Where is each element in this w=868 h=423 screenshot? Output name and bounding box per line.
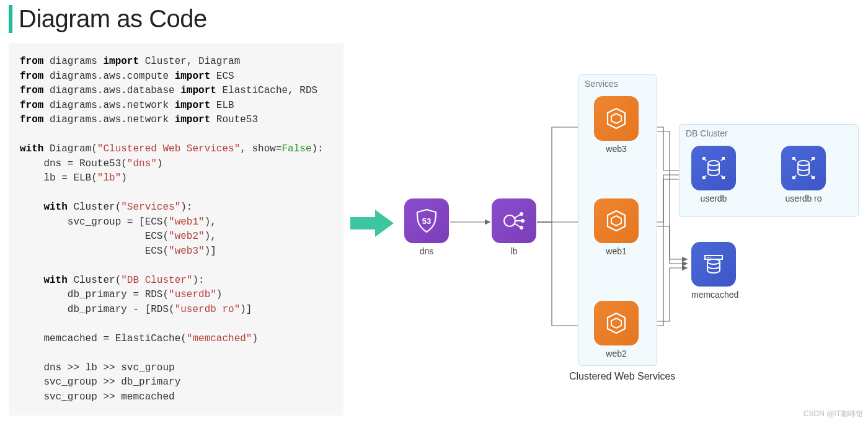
svg-point-12 bbox=[708, 161, 719, 166]
cluster-db-title: DB Cluster bbox=[686, 128, 728, 138]
node-userdb-label: userdb bbox=[691, 194, 736, 203]
diagram-canvas: Services DB Cluster 53 dns lb web3 web1 bbox=[397, 62, 868, 409]
node-memcached: memcached bbox=[691, 242, 738, 300]
svg-point-5 bbox=[504, 215, 515, 226]
node-web3: web3 bbox=[594, 96, 639, 154]
watermark: CSDN @IT咖啡馆 bbox=[804, 409, 863, 419]
ecs-icon bbox=[594, 198, 639, 243]
node-dns: 53 dns bbox=[404, 198, 449, 256]
code-block: from diagrams import Cluster, Diagramfro… bbox=[9, 43, 343, 416]
node-userdb-ro-label: userdb ro bbox=[781, 194, 826, 203]
elasticache-icon bbox=[691, 242, 736, 287]
node-dns-label: dns bbox=[404, 246, 449, 256]
node-web1: web1 bbox=[594, 198, 639, 256]
node-web2: web2 bbox=[594, 301, 639, 358]
svg-marker-0 bbox=[350, 210, 394, 237]
diagram-title: Clustered Web Services bbox=[569, 371, 675, 382]
ecs-icon bbox=[594, 96, 639, 141]
svg-line-11 bbox=[514, 223, 520, 227]
ecs-icon bbox=[594, 301, 639, 345]
svg-text:53: 53 bbox=[422, 216, 431, 226]
node-userdb: userdb bbox=[691, 146, 736, 203]
svg-line-9 bbox=[514, 215, 520, 218]
route53-icon: 53 bbox=[404, 198, 449, 243]
elb-icon bbox=[492, 198, 536, 243]
rds-icon bbox=[781, 146, 826, 190]
node-web3-label: web3 bbox=[594, 144, 639, 154]
big-arrow-icon bbox=[350, 208, 394, 239]
node-memcached-label: memcached bbox=[691, 290, 738, 300]
node-web1-label: web1 bbox=[594, 246, 639, 256]
rds-icon bbox=[691, 146, 736, 190]
page-title: Diagram as Code bbox=[9, 5, 207, 33]
node-lb: lb bbox=[492, 198, 536, 256]
node-lb-label: lb bbox=[492, 246, 536, 256]
svg-point-13 bbox=[798, 161, 809, 166]
cluster-services-title: Services bbox=[585, 79, 618, 89]
node-userdb-ro: userdb ro bbox=[781, 146, 826, 203]
svg-point-14 bbox=[707, 259, 720, 264]
node-web2-label: web2 bbox=[594, 349, 639, 358]
